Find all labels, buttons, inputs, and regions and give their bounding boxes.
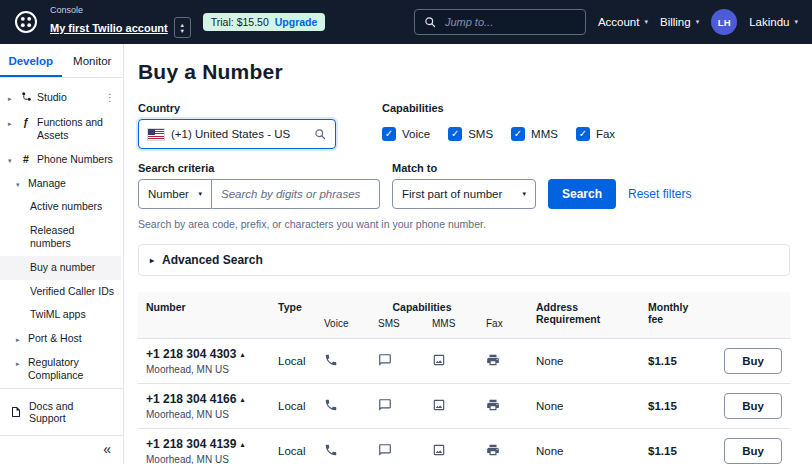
search-button[interactable]: Search [548,179,616,209]
jump-to-input[interactable] [443,15,576,29]
billing-menu[interactable]: Billing ▾ [660,16,699,28]
user-avatar[interactable]: LH [711,9,737,35]
page-title: Buy a Number [138,60,790,84]
column-address-requirement: Address Requirement [528,292,640,339]
mms-icon [432,443,446,457]
sidebar-item-studio[interactable]: ▸ Studio ⋮ [0,86,121,111]
tab-develop[interactable]: Develop [0,44,62,77]
buy-button[interactable]: Buy [724,438,782,464]
sidebar-item-active-numbers[interactable]: Active numbers [0,195,121,219]
subcolumn-voice: Voice [316,316,370,339]
checkbox-sms[interactable]: ✓ SMS [448,127,493,141]
advanced-search-toggle[interactable]: ▸ Advanced Search [138,244,790,276]
subcolumn-fax: Fax [478,316,528,339]
sidebar-item-regulatory-compliance[interactable]: ▸ Regulatory Compliance [0,351,121,388]
account-menu[interactable]: Account ▾ [598,16,648,28]
checkbox-mms[interactable]: ✓ MMS [511,127,558,141]
checkbox-fax[interactable]: ✓ Fax [576,127,615,141]
subcolumn-mms: MMS [424,316,478,339]
checkbox-checked-icon: ✓ [382,127,396,141]
voice-icon [324,443,338,457]
chevron-down-icon: ▾ [16,180,23,189]
column-number: Number [138,292,270,339]
functions-icon: ƒ [20,116,32,130]
criteria-type-select[interactable]: Number ▾ [138,179,212,209]
number-type: Local [270,384,316,429]
column-capabilities: Capabilities [316,292,528,316]
chevron-down-icon: ▾ [198,190,202,198]
checkbox-voice[interactable]: ✓ Voice [382,127,430,141]
upgrade-link[interactable]: Upgrade [275,16,318,28]
table-header: Number Type Capabilities Address Require… [138,292,790,339]
voice-icon [324,398,338,412]
sidebar-item-buy-a-number[interactable]: Buy a number [0,256,121,280]
collapse-sidebar-button[interactable]: « [103,442,111,456]
fax-icon [486,353,500,367]
column-monthly-fee: Monthly fee [640,292,714,339]
sms-icon [378,443,392,457]
search-criteria-field: Search criteria Number ▾ [138,162,380,209]
number-type: Local [270,429,316,464]
search-digits-input[interactable] [212,179,380,209]
main-content: Buy a Number Country (+1) United States … [124,44,812,464]
column-type: Type [270,292,316,339]
sidebar-item-phone-numbers[interactable]: ▾ # Phone Numbers [0,148,121,172]
mms-icon [432,398,446,412]
user-menu[interactable]: Lakindu ▾ [749,16,798,28]
phone-number: +1 218 304 4303 [146,347,236,361]
phone-location: Moorhead, MN US [146,454,262,464]
address-requirement: None [528,339,640,384]
country-select[interactable]: (+1) United States - US [138,119,336,149]
chevron-down-icon: ▾ [522,190,526,198]
search-icon [424,16,436,28]
us-flag-icon [148,129,164,140]
buy-button[interactable]: Buy [724,348,782,374]
address-requirement: None [528,384,640,429]
reset-filters-link[interactable]: Reset filters [628,187,691,209]
tab-monitor[interactable]: Monitor [62,44,124,77]
column-action [714,292,790,339]
mms-icon [432,353,446,367]
chevron-right-icon: ▸ [16,335,23,344]
account-switcher-button[interactable]: ▲ ▼ [174,17,191,38]
table-row: +1 218 304 4166 ▴ Moorhead, MN US Local … [138,384,790,429]
sidebar-item-verified-caller-ids[interactable]: Verified Caller IDs [0,280,121,304]
account-name-link[interactable]: My first Twilio account [50,22,168,34]
sidebar-tabs: Develop Monitor [0,44,123,78]
jump-to-search[interactable] [414,9,586,35]
studio-icon [20,91,32,106]
topbar: Console My first Twilio account ▲ ▼ Tria… [0,0,812,44]
number-type: Local [270,339,316,384]
subcolumn-sms: SMS [370,316,424,339]
capabilities-label: Capabilities [382,102,615,114]
phone-number: +1 218 304 4166 [146,392,236,406]
sidebar-item-port-host[interactable]: ▸ Port & Host [0,327,121,351]
triangle-icon: ▴ [240,440,244,449]
sidebar-item-functions-assets[interactable]: ▸ ƒ Functions and Assets [0,111,121,148]
trial-balance-text: Trial: $15.50 [211,16,269,28]
match-to-select[interactable]: First part of number ▾ [392,179,536,209]
kebab-menu-icon[interactable]: ⋮ [105,91,117,104]
chevron-down-icon: ▾ [8,156,15,165]
table-row: +1 218 304 4139 ▴ Moorhead, MN US Local … [138,429,790,464]
results-table: Number Type Capabilities Address Require… [138,292,790,464]
console-label: Console [50,6,191,16]
chevron-right-icon: ▸ [16,359,23,368]
address-requirement: None [528,429,640,464]
chevron-down-icon: ▾ [696,18,700,26]
sidebar-item-released-numbers[interactable]: Released numbers [0,219,121,256]
chevron-right-icon: ▸ [150,256,154,265]
twilio-logo-icon[interactable] [14,10,38,34]
chevron-down-icon: ▾ [794,18,798,26]
checkbox-checked-icon: ✓ [576,127,590,141]
match-to-field: Match to First part of number ▾ [392,162,536,209]
sidebar-item-docs-support[interactable]: Docs and Support [0,388,123,435]
sms-icon [378,398,392,412]
app-window: Console My first Twilio account ▲ ▼ Tria… [0,0,812,464]
table-row: +1 218 304 4303 ▴ Moorhead, MN US Local … [138,339,790,384]
sidebar-item-manage[interactable]: ▾ Manage [0,172,121,196]
search-help-text: Search by area code, prefix, or characte… [138,218,790,230]
buy-button[interactable]: Buy [724,393,782,419]
capabilities-field: Capabilities ✓ Voice ✓ SMS ✓ MMS [382,102,615,149]
sidebar-item-twiml-apps[interactable]: TwiML apps [0,303,121,327]
